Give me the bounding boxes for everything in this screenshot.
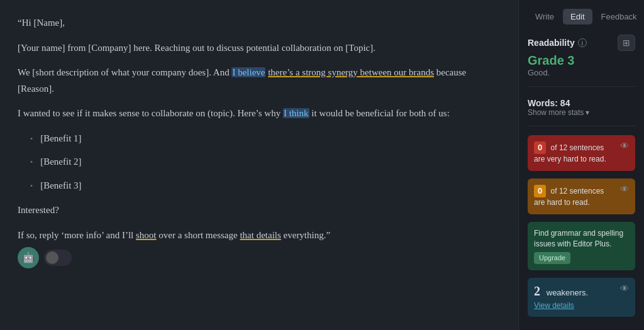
weakeners-count-section: 2 weakeners. (534, 284, 588, 299)
hard-text: 0 of 12 sentences are hard to read. (534, 185, 616, 208)
editor-underline-details: that details (240, 230, 280, 240)
readability-header: Readability i ⊞ (528, 35, 635, 51)
editor-line-6: If so, reply ‘more info’ and I’ll shoot … (18, 228, 501, 269)
editor-line6-end: everything.” (281, 230, 330, 240)
readability-title: Readability i (528, 38, 587, 48)
tab-feedback[interactable]: Feedback (594, 9, 644, 25)
readability-section: Readability i ⊞ Grade 3 Good. (528, 35, 635, 77)
hard-sentences-card: 0 of 12 sentences are hard to read. 👁 (528, 179, 635, 214)
weakeners-content: 2 weakeners. 👁 View details (534, 284, 629, 311)
editor-underline-shoot: shoot (136, 230, 157, 240)
editor-line-1: “Hi [Name], (18, 15, 501, 31)
list-item: [Benefit 2] (30, 154, 501, 170)
grade-label: Good. (528, 68, 635, 77)
sidebar: Write Edit Feedback Readability i ⊞ Grad… (518, 0, 644, 330)
weakeners-count: 2 (534, 284, 540, 298)
eye-icon-3[interactable]: 👁 (620, 284, 629, 294)
divider-2 (528, 126, 635, 126)
editor-line-3: We [short description of what your compa… (18, 65, 501, 97)
list-item: [Benefit 3] (30, 178, 501, 194)
weakeners-card: 2 weakeners. 👁 View details (528, 278, 635, 317)
editor-line-5: Interested? (18, 202, 501, 219)
editor-line-2: [Your name] from [Company] here. Reachin… (18, 40, 501, 57)
eye-icon-2[interactable]: 👁 (620, 185, 629, 195)
words-count: Words: 84 (528, 98, 635, 108)
weakeners-row: 2 weakeners. 👁 (534, 284, 629, 299)
tab-write[interactable]: Write (528, 9, 562, 25)
toggle-knob (46, 251, 58, 264)
chevron-down-icon: ▾ (586, 108, 589, 117)
editor-line3-before: We [short description of what your compa… (18, 67, 231, 77)
upgrade-button[interactable]: Upgrade (534, 252, 570, 264)
robot-icon[interactable]: 🤖 (18, 247, 39, 268)
view-details-link[interactable]: View details (534, 301, 574, 310)
very-hard-sentences-card: 0 of 12 sentences are very hard to read.… (528, 135, 635, 171)
editor-line6-before: If so, reply ‘more info’ and I’ll (18, 230, 136, 240)
show-more-stats-label: Show more stats (528, 108, 584, 117)
editor-area[interactable]: “Hi [Name], [Your name] from [Company] h… (0, 0, 518, 330)
editor-highlight-believe: I believe (231, 67, 265, 77)
grammar-card: Find grammar and spelling issues with Ed… (528, 222, 635, 270)
tab-edit[interactable]: Edit (563, 9, 592, 25)
grammar-text: Find grammar and spelling issues with Ed… (534, 228, 629, 264)
editor-highlight-think: I think (283, 108, 309, 118)
divider-1 (528, 86, 635, 87)
very-hard-text: 0 of 12 sentences are very hard to read. (534, 141, 616, 165)
weakeners-label: weakeners. (547, 288, 588, 297)
list-item: [Benefit 1] (30, 131, 501, 147)
bottom-icons: 🤖 (18, 247, 501, 268)
very-hard-count: 0 (534, 141, 546, 154)
hard-count: 0 (534, 185, 546, 197)
editor-line6-mid: over a short message (157, 230, 240, 240)
grade-value: Grade 3 (528, 53, 635, 68)
eye-icon-1[interactable]: 👁 (620, 141, 629, 151)
editor-line-4: I wanted to see if it makes sense to col… (18, 106, 501, 122)
editor-line4-before: I wanted to see if it makes sense to col… (18, 108, 283, 118)
show-more-stats-button[interactable]: Show more stats ▾ (528, 108, 635, 117)
words-section: Words: 84 Show more stats ▾ (528, 96, 635, 117)
toggle-switch[interactable] (44, 250, 72, 266)
editor-underline-synergy: there’s a strong synergy between our bra… (268, 67, 434, 77)
readability-label: Readability (528, 38, 575, 48)
grammar-label: Find grammar and spelling issues with Ed… (534, 229, 623, 248)
bullet-list: [Benefit 1] [Benefit 2] [Benefit 3] (30, 131, 501, 194)
editor-line4-end: it would be beneficial for both of us: (309, 108, 450, 118)
settings-icon-btn[interactable]: ⊞ (618, 35, 635, 51)
tab-bar[interactable]: Write Edit Feedback (528, 9, 635, 25)
info-icon[interactable]: i (578, 38, 587, 47)
